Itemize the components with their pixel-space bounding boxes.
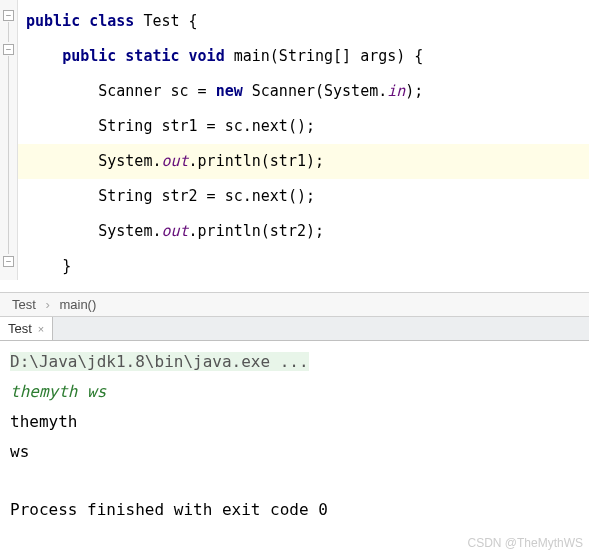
console-command: D:\Java\jdk1.8\bin\java.exe ... — [10, 352, 309, 371]
tab-label: Test — [8, 321, 32, 336]
chevron-right-icon: › — [45, 297, 49, 312]
fold-marker-icon[interactable]: − — [3, 44, 14, 55]
watermark: CSDN @TheMythWS — [467, 536, 583, 550]
keyword: new — [216, 82, 252, 100]
console-stdout: ws — [10, 437, 579, 467]
code-line-highlighted: System.out.println(str1); — [0, 144, 589, 179]
console-exit-message: Process finished with exit code 0 — [10, 495, 579, 525]
text: ); — [405, 82, 423, 100]
console-output-panel[interactable]: D:\Java\jdk1.8\bin\java.exe ... themyth … — [0, 341, 589, 531]
fold-line — [8, 22, 9, 42]
fold-marker-icon[interactable]: − — [3, 10, 14, 21]
breadcrumb[interactable]: Test › main() — [0, 292, 589, 317]
code-line: String str1 = sc.next(); — [0, 109, 589, 144]
text: .println(str1); — [189, 152, 324, 170]
text: String str2 = sc.next(); — [98, 187, 315, 205]
code-line: Scanner sc = new Scanner(System.in); — [0, 74, 589, 109]
console-command-line: D:\Java\jdk1.8\bin\java.exe ... — [10, 347, 579, 377]
text: Scanner sc = — [98, 82, 215, 100]
keyword: public static void — [62, 47, 234, 65]
method-name: main — [234, 47, 270, 65]
text: System. — [98, 152, 161, 170]
text: String str1 = sc.next(); — [98, 117, 315, 135]
text: { — [180, 12, 198, 30]
class-name: Test — [143, 12, 179, 30]
breadcrumb-method[interactable]: main() — [59, 297, 96, 312]
console-tab-bar: Test × — [0, 317, 589, 341]
code-line: } — [0, 249, 589, 284]
text: Scanner(System. — [252, 82, 387, 100]
code-line: String str2 = sc.next(); — [0, 179, 589, 214]
editor-gutter: − − − — [0, 0, 18, 280]
breadcrumb-class[interactable]: Test — [12, 297, 36, 312]
code-line: public static void main(String[] args) { — [0, 39, 589, 74]
text: .println(str2); — [189, 222, 324, 240]
text: } — [62, 257, 71, 275]
fold-marker-icon[interactable]: − — [3, 256, 14, 267]
console-tab[interactable]: Test × — [0, 317, 53, 340]
code-line: public class Test { — [0, 4, 589, 39]
code-editor[interactable]: public class Test { public static void m… — [0, 0, 589, 292]
field-ref: out — [161, 152, 188, 170]
text: System. — [98, 222, 161, 240]
code-line: System.out.println(str2); — [0, 214, 589, 249]
field-ref: out — [161, 222, 188, 240]
console-user-input: themyth ws — [10, 377, 579, 407]
field-ref: in — [387, 82, 405, 100]
console-stdout: themyth — [10, 407, 579, 437]
close-icon[interactable]: × — [38, 323, 44, 335]
text: (String[] args) { — [270, 47, 424, 65]
keyword: public class — [26, 12, 143, 30]
fold-line — [8, 56, 9, 254]
